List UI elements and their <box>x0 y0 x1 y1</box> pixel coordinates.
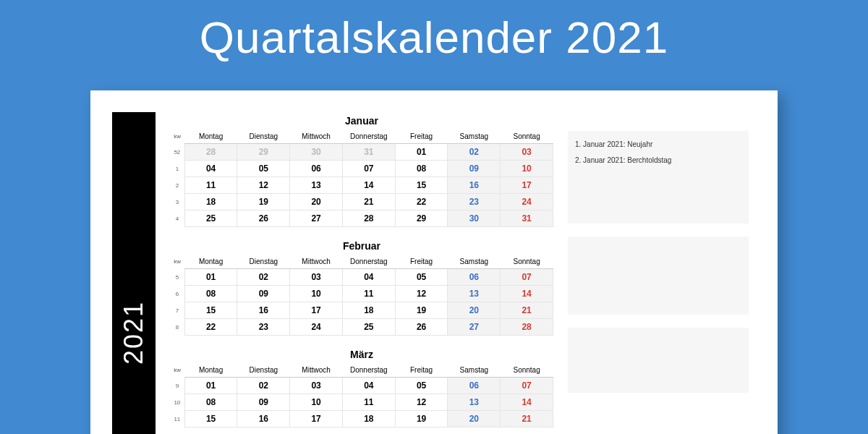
day-cell: 04 <box>184 161 237 177</box>
day-cell: 13 <box>448 394 501 411</box>
day-cell: 25 <box>342 319 395 336</box>
weekday-header: Dienstag <box>237 129 290 144</box>
day-cell: 14 <box>501 394 553 411</box>
day-cell: 11 <box>342 286 395 302</box>
weekday-header: Montag <box>184 255 237 269</box>
day-cell: 20 <box>448 411 501 427</box>
day-cell: 27 <box>448 319 501 336</box>
calendars-column: JanuarkwMontagDienstagMittwochDonnerstag… <box>170 112 553 434</box>
calendar-sheet: 2021 JanuarkwMontagDienstagMittwochDonne… <box>90 90 778 434</box>
weekday-header: Dienstag <box>237 363 290 378</box>
kw-header: kw <box>170 129 184 144</box>
kw-cell: 9 <box>170 378 184 394</box>
day-cell: 01 <box>184 269 237 286</box>
day-cell: 22 <box>395 194 448 210</box>
day-cell: 02 <box>448 144 501 161</box>
kw-cell: 11 <box>170 411 184 427</box>
day-cell: 19 <box>237 194 290 210</box>
month-block: MärzkwMontagDienstagMittwochDonnerstagFr… <box>170 349 553 427</box>
note-line: 2. Januar 2021: Berchtoldstag <box>575 153 741 169</box>
week-row: 425262728293031 <box>170 210 553 227</box>
day-cell: 06 <box>448 378 501 394</box>
note-line: 1. Januar 2021: Neujahr <box>575 137 741 153</box>
day-cell: 12 <box>395 286 448 302</box>
day-cell: 27 <box>290 210 343 227</box>
weekday-header: Montag <box>184 363 237 378</box>
day-cell: 24 <box>290 319 343 336</box>
kw-cell: 8 <box>170 319 184 336</box>
day-cell: 25 <box>184 210 237 227</box>
day-cell: 05 <box>395 378 448 394</box>
day-cell: 21 <box>501 411 553 427</box>
month-notes: 1. Januar 2021: Neujahr2. Januar 2021: B… <box>568 131 749 224</box>
kw-cell: 1 <box>170 161 184 177</box>
weekday-header: Mittwoch <box>290 363 343 378</box>
day-cell: 03 <box>501 144 553 161</box>
day-cell: 19 <box>395 411 448 427</box>
week-row: 1115161718192021 <box>170 411 553 427</box>
day-cell: 15 <box>184 411 237 427</box>
day-cell: 06 <box>448 269 501 286</box>
day-cell: 14 <box>501 286 553 302</box>
day-cell: 09 <box>237 286 290 302</box>
day-cell: 09 <box>237 394 290 411</box>
notes-column: 1. Januar 2021: Neujahr2. Januar 2021: B… <box>568 112 749 434</box>
month-table: kwMontagDienstagMittwochDonnerstagFreita… <box>170 255 553 336</box>
kw-header: kw <box>170 255 184 269</box>
kw-cell: 5 <box>170 269 184 286</box>
weekday-header: Mittwoch <box>290 255 343 269</box>
kw-cell: 6 <box>170 286 184 302</box>
day-cell: 12 <box>395 394 448 411</box>
day-cell: 17 <box>290 302 343 319</box>
day-cell: 02 <box>237 269 290 286</box>
day-cell: 28 <box>184 144 237 161</box>
day-cell: 12 <box>237 177 290 194</box>
kw-cell: 7 <box>170 302 184 319</box>
day-cell: 05 <box>395 269 448 286</box>
day-cell: 08 <box>184 286 237 302</box>
week-row: 5228293031010203 <box>170 144 553 161</box>
day-cell: 23 <box>237 319 290 336</box>
day-cell: 03 <box>290 269 343 286</box>
day-cell: 13 <box>290 177 343 194</box>
weekday-header: Samstag <box>448 363 501 378</box>
day-cell: 28 <box>501 319 553 336</box>
weekday-header: Mittwoch <box>290 129 343 144</box>
month-block: FebruarkwMontagDienstagMittwochDonnersta… <box>170 240 553 336</box>
week-row: 608091011121314 <box>170 286 553 302</box>
day-cell: 11 <box>342 394 395 411</box>
day-cell: 30 <box>290 144 343 161</box>
day-cell: 30 <box>448 210 501 227</box>
day-cell: 15 <box>184 302 237 319</box>
month-table: kwMontagDienstagMittwochDonnerstagFreita… <box>170 363 553 427</box>
week-row: 501020304050607 <box>170 269 553 286</box>
month-notes <box>568 328 749 393</box>
week-row: 1008091011121314 <box>170 394 553 411</box>
kw-header: kw <box>170 363 184 378</box>
day-cell: 21 <box>501 302 553 319</box>
day-cell: 14 <box>342 177 395 194</box>
day-cell: 17 <box>501 177 553 194</box>
day-cell: 16 <box>237 411 290 427</box>
weekday-header: Montag <box>184 129 237 144</box>
day-cell: 04 <box>342 269 395 286</box>
week-row: 318192021222324 <box>170 194 553 210</box>
weekday-header: Dienstag <box>237 255 290 269</box>
day-cell: 28 <box>342 210 395 227</box>
weekday-header: Sonntag <box>501 129 553 144</box>
day-cell: 21 <box>342 194 395 210</box>
day-cell: 09 <box>448 161 501 177</box>
day-cell: 01 <box>395 144 448 161</box>
week-row: 822232425262728 <box>170 319 553 336</box>
year-band: 2021 <box>112 112 156 434</box>
day-cell: 26 <box>395 319 448 336</box>
weekday-header: Freitag <box>395 363 448 378</box>
day-cell: 03 <box>290 378 343 394</box>
kw-cell: 10 <box>170 394 184 411</box>
day-cell: 04 <box>342 378 395 394</box>
day-cell: 13 <box>448 286 501 302</box>
day-cell: 08 <box>395 161 448 177</box>
day-cell: 16 <box>237 302 290 319</box>
day-cell: 18 <box>342 411 395 427</box>
day-cell: 08 <box>184 394 237 411</box>
